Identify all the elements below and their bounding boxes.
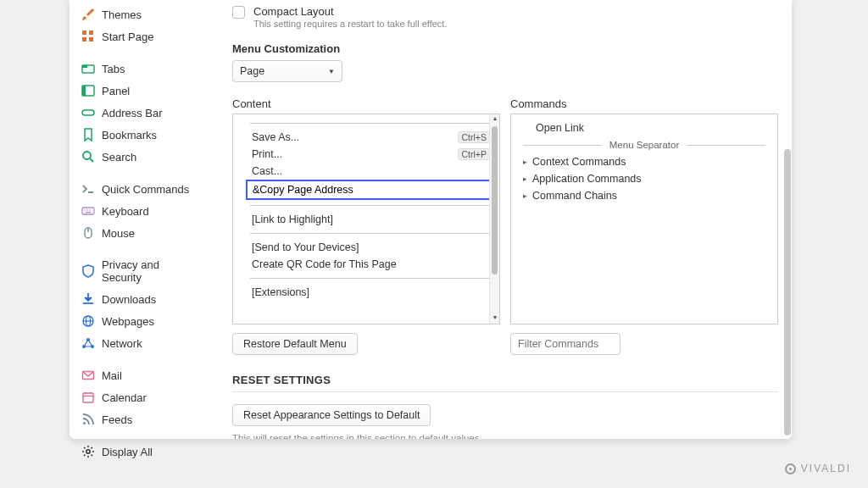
content-scroll-thumb[interactable] <box>492 126 498 274</box>
sidebar-item-label: Tabs <box>102 63 125 75</box>
menu-customization-title: Menu Customization <box>232 42 778 55</box>
sidebar-item-panel[interactable]: Panel <box>70 80 212 102</box>
content-item[interactable]: [Send to Your Devices] <box>250 239 492 256</box>
content-listbox[interactable]: Save As...Ctrl+SPrint...Ctrl+PCast...[Li… <box>232 114 500 324</box>
rss-icon <box>81 413 95 426</box>
content-item[interactable]: Print...Ctrl+P <box>250 146 492 163</box>
mouse-icon <box>81 226 95 240</box>
command-item[interactable]: ▸Context Commands <box>523 153 765 170</box>
menu-scope-value: Page <box>240 65 264 77</box>
calendar-icon <box>81 391 95 404</box>
sidebar-item-calendar[interactable]: Calendar <box>70 386 212 408</box>
vivaldi-logo-icon <box>785 463 796 474</box>
search-icon <box>81 150 95 164</box>
settings-sidebar: ThemesStart PageTabsPanelAddress BarBook… <box>70 0 212 439</box>
reset-appearance-button[interactable]: Reset Appearance Settings to Default <box>232 404 431 426</box>
mail-icon <box>81 369 95 382</box>
bookmark-icon <box>81 128 95 141</box>
divider <box>232 391 778 392</box>
sidebar-item-mouse[interactable]: Mouse <box>70 222 212 244</box>
compact-layout-checkbox[interactable] <box>232 6 245 19</box>
menu-separator <box>250 278 492 279</box>
sidebar-item-start-page[interactable]: Start Page <box>70 25 212 47</box>
commands-separator[interactable]: Menu Separator <box>523 140 765 150</box>
content-item[interactable]: Cast... <box>250 163 492 180</box>
address-icon <box>81 106 95 119</box>
settings-window: ThemesStart PageTabsPanelAddress BarBook… <box>70 0 792 439</box>
sidebar-item-mail[interactable]: Mail <box>70 364 212 386</box>
shield-icon <box>81 264 95 278</box>
sidebar-item-network[interactable]: Network <box>70 332 212 354</box>
content-item[interactable]: [Extensions] <box>250 284 492 301</box>
sidebar-item-themes[interactable]: Themes <box>70 3 212 25</box>
chevron-down-icon: ▼ <box>328 68 335 75</box>
sidebar-item-downloads[interactable]: Downloads <box>70 288 212 310</box>
command-item[interactable]: Open Link <box>523 119 765 136</box>
expand-icon: ▸ <box>523 175 527 183</box>
main-scrollbar[interactable]: ▾ <box>783 0 792 439</box>
sidebar-item-label: Address Bar <box>102 107 163 119</box>
sidebar-item-label: Keyboard <box>102 205 149 218</box>
scroll-up-icon[interactable]: ▴ <box>490 114 499 125</box>
command-item[interactable]: ▸Application Commands <box>523 170 765 187</box>
content-item[interactable]: Save As...Ctrl+S <box>250 129 492 146</box>
svg-rect-11 <box>82 208 94 214</box>
sidebar-item-tabs[interactable]: Tabs <box>70 58 212 80</box>
content-item-editing[interactable] <box>246 180 497 200</box>
settings-main: Compact Layout This setting requires a r… <box>212 0 792 439</box>
main-scroll-thumb[interactable] <box>784 149 791 435</box>
sidebar-item-label: Mouse <box>102 227 135 240</box>
svg-point-13 <box>86 209 88 211</box>
shortcut-badge: Ctrl+P <box>458 148 491 160</box>
restore-default-menu-button[interactable]: Restore Default Menu <box>232 333 358 355</box>
content-item[interactable]: Create QR Code for This Page <box>250 256 492 273</box>
sidebar-item-label: Feeds <box>102 413 132 426</box>
sidebar-item-webpages[interactable]: Webpages <box>70 310 212 332</box>
vivaldi-brand: VIVALDI <box>785 463 851 474</box>
expand-icon: ▸ <box>523 158 527 166</box>
sidebar-item-feeds[interactable]: Feeds <box>70 408 212 430</box>
commands-title: Commands <box>510 97 778 110</box>
svg-point-30 <box>83 422 86 424</box>
svg-point-12 <box>84 209 86 211</box>
svg-rect-7 <box>82 86 86 96</box>
svg-rect-26 <box>83 393 93 402</box>
sidebar-item-keyboard[interactable]: Keyboard <box>70 200 212 222</box>
expand-icon: ▸ <box>523 191 527 200</box>
sidebar-item-label: Mail <box>102 369 122 382</box>
content-scrollbar[interactable]: ▴ ▾ <box>489 114 499 324</box>
shortcut-badge: Ctrl+S <box>458 131 491 143</box>
network-icon <box>81 336 95 350</box>
scroll-down-icon[interactable]: ▾ <box>490 313 499 324</box>
menu-scope-select[interactable]: Page ▼ <box>232 60 342 82</box>
sidebar-item-bookmarks[interactable]: Bookmarks <box>70 124 212 146</box>
svg-rect-0 <box>82 30 86 35</box>
svg-rect-2 <box>82 37 86 42</box>
tabs-icon <box>81 62 95 75</box>
sidebar-item-label: Webpages <box>102 315 154 328</box>
sidebar-item-address-bar[interactable]: Address Bar <box>70 102 212 124</box>
content-item[interactable]: [Link to Highlight] <box>250 211 492 228</box>
brand-text: VIVALDI <box>801 463 851 474</box>
compact-layout-row[interactable]: Compact Layout This setting requires a r… <box>232 0 778 29</box>
sidebar-item-label: Calendar <box>102 391 147 404</box>
sidebar-item-label: Search <box>102 151 136 164</box>
sidebar-item-privacy-and-security[interactable]: Privacy and Security <box>70 254 212 288</box>
commands-listbox[interactable]: Open LinkMenu Separator▸Context Commands… <box>510 114 778 324</box>
filter-commands-input[interactable] <box>510 333 620 355</box>
compact-layout-hint: This setting requires a restart to take … <box>253 19 447 29</box>
reset-hint: This will reset the settings in this sec… <box>232 433 778 439</box>
sidebar-item-quick-commands[interactable]: Quick Commands <box>70 178 212 200</box>
brush-icon <box>81 8 95 21</box>
sidebar-item-search[interactable]: Search <box>70 146 212 168</box>
svg-rect-3 <box>89 37 93 42</box>
compact-layout-label: Compact Layout <box>253 5 447 18</box>
sidebar-item-display-all[interactable]: Display All <box>70 441 212 463</box>
content-item-edit-input[interactable] <box>249 183 493 197</box>
svg-rect-5 <box>82 65 87 68</box>
sidebar-item-label: Display All <box>102 446 153 458</box>
command-item[interactable]: ▸Command Chains <box>523 187 765 204</box>
sidebar-item-label: Start Page <box>102 30 153 43</box>
scroll-down-icon[interactable]: ▾ <box>787 437 792 439</box>
panel-icon <box>81 84 95 97</box>
